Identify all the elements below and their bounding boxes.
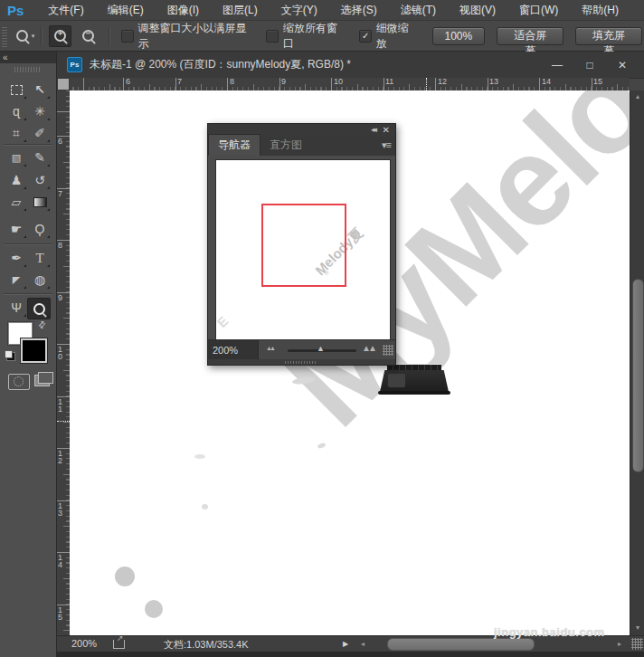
zoom-tool-selected[interactable] (27, 298, 51, 319)
move-tool[interactable]: ↖ (29, 80, 51, 100)
navigator-zoom-slider[interactable]: ▲ (288, 349, 356, 352)
navigator-preview[interactable]: Melody夏 E s (215, 159, 391, 340)
slider-thumb[interactable]: ▲ (317, 344, 325, 353)
zoom-in-icon: + (54, 30, 66, 42)
close-button[interactable]: ✕ (613, 59, 631, 71)
vertical-scrollbar[interactable]: ▴ ▾ (630, 90, 644, 635)
scroll-right-arrow[interactable]: ▸ (618, 640, 621, 648)
navigator-view-box[interactable] (261, 204, 346, 287)
rect-marquee-tool[interactable] (5, 80, 27, 100)
zoom-in-button[interactable]: + (49, 25, 71, 47)
menu-item-edit[interactable]: 编辑(E) (96, 0, 156, 20)
status-menu-arrow[interactable]: ▶ (343, 640, 348, 648)
checkbox-unchecked-icon (266, 30, 278, 43)
crop-tool[interactable]: ⌗ (5, 123, 27, 143)
document-title-bar[interactable]: Ps 未标题-1 @ 200% (百度ID：sunnyMelody夏, RGB/… (57, 52, 644, 79)
fill-screen-button[interactable]: 填充屏幕 (575, 27, 642, 45)
status-zoom-level[interactable]: 200% (71, 638, 97, 649)
menu-item-image[interactable]: 图像(I) (156, 0, 211, 20)
eyedropper-icon: ✐ (34, 126, 45, 140)
path-select-icon: ◤ (13, 274, 20, 286)
scrubby-zoom-checkbox[interactable]: ✓ 细微缩放 (359, 21, 417, 52)
zoom-in-mountain-icon[interactable]: ▲▲ (362, 343, 374, 353)
dodge-tool[interactable]: Ϙ (29, 219, 51, 239)
document-ps-icon: Ps (67, 57, 82, 72)
resize-windows-checkbox[interactable]: 调整窗口大小以满屏显示 (121, 21, 251, 52)
eraser-tool[interactable]: ▱ (5, 192, 27, 212)
collapse-icon: « (3, 52, 8, 62)
chevron-down-icon: ▾ (32, 33, 35, 40)
menu-item-filter[interactable]: 滤镜(T) (389, 0, 448, 20)
smudge-tool[interactable]: ☛ (5, 219, 27, 239)
panel-collapse-bar[interactable]: « (0, 52, 56, 63)
swap-colors-icon[interactable]: ⇄ (35, 319, 48, 331)
background-color-swatch[interactable] (21, 338, 47, 363)
panel-drag-grip[interactable] (14, 67, 42, 72)
zoom-all-windows-checkbox[interactable]: 缩放所有窗口 (266, 21, 345, 52)
menu-item-layer[interactable]: 图层(L) (211, 0, 270, 20)
tool-preset-zoom[interactable]: ▾ (16, 30, 35, 42)
tab-histogram[interactable]: 直方图 (260, 135, 311, 156)
ruler-tick-label: 11 (385, 78, 393, 86)
export-icon[interactable] (113, 640, 125, 649)
gradient-icon (33, 197, 47, 207)
quick-mask-button[interactable] (8, 374, 30, 390)
menu-item-window[interactable]: 窗口(W) (507, 0, 570, 20)
shape-tool[interactable]: ◍ (29, 270, 51, 290)
default-colors-icon[interactable] (6, 352, 15, 361)
scroll-up-arrow[interactable]: ▴ (630, 92, 644, 100)
panel-menu-icon[interactable]: ▾≡ (382, 139, 391, 151)
gradient-tool[interactable] (29, 192, 51, 212)
ruler-tick-label: 13 (489, 78, 498, 86)
eyedropper-tool[interactable]: ✐ (29, 123, 51, 143)
scroll-left-arrow[interactable]: ◂ (361, 640, 365, 648)
gray-dot (115, 567, 135, 586)
brush-tool[interactable]: ✎ (29, 148, 51, 167)
pen-tool[interactable]: ✒ (5, 248, 27, 268)
menu-item-type[interactable]: 文字(Y) (270, 0, 329, 20)
navigator-zoom-field[interactable]: 200% (208, 340, 259, 360)
fit-screen-button[interactable]: 适合屏幕 (497, 27, 564, 45)
clone-stamp-tool[interactable]: ♟ (5, 170, 27, 190)
dodge-icon: Ϙ (35, 222, 45, 236)
smudge-mark (202, 504, 208, 509)
menu-item-select[interactable]: 选择(S) (329, 0, 389, 20)
maximize-button[interactable]: □ (581, 59, 599, 71)
panel-collapse-icon[interactable]: ◂◂ (371, 125, 375, 134)
type-tool[interactable]: T (29, 248, 51, 268)
lasso-icon: ɋ (13, 104, 20, 119)
scroll-down-arrow[interactable]: ▾ (630, 624, 644, 632)
checkbox-unchecked-icon (121, 30, 133, 43)
lasso-tool[interactable]: ɋ (5, 101, 27, 121)
crop-icon: ⌗ (13, 126, 20, 141)
panel-resize-grip[interactable] (383, 345, 393, 356)
menu-item-file[interactable]: 文件(F) (36, 0, 95, 20)
options-bar-grip[interactable] (2, 25, 7, 47)
checkbox-checked-icon: ✓ (359, 30, 371, 43)
ruler-origin-box[interactable] (57, 78, 70, 90)
path-select-tool[interactable]: ◤ (5, 270, 27, 290)
zoom-out-button[interactable]: – (77, 25, 99, 47)
magic-wand-tool[interactable]: ✳ (29, 101, 51, 121)
ruler-tick-label: 7 (58, 190, 65, 197)
hand-tool[interactable]: Ψ (5, 298, 27, 318)
tab-navigator[interactable]: 导航器 (208, 134, 260, 156)
panel-close-icon[interactable]: ✕ (383, 125, 390, 135)
menu-item-view[interactable]: 视图(V) (448, 0, 507, 20)
actual-pixels-button[interactable]: 100% (432, 27, 486, 45)
clone-stamp-icon: ♟ (11, 173, 23, 187)
ruler-tick-label: 12 (58, 450, 65, 464)
history-brush-tool[interactable]: ↺ (29, 170, 51, 190)
zoom-out-mountain-icon[interactable]: ▲▲ (266, 345, 273, 351)
menu-item-help[interactable]: 帮助(H) (570, 0, 630, 20)
horizontal-scrollbar-thumb[interactable] (387, 638, 535, 651)
menu-bar: Ps 文件(F) 编辑(E) 图像(I) 图层(L) 文字(Y) 选择(S) 滤… (0, 0, 644, 21)
minimize-button[interactable]: — (548, 59, 566, 71)
vertical-scrollbar-thumb[interactable] (632, 279, 644, 472)
marquee-icon (11, 85, 23, 95)
window-resize-grip[interactable] (631, 638, 643, 650)
healing-brush-tool[interactable]: ▧ (5, 148, 27, 167)
panel-bottom-grip[interactable] (208, 359, 395, 365)
ruler-tick-label: 7 (177, 78, 182, 86)
screen-mode-button[interactable] (34, 375, 50, 386)
